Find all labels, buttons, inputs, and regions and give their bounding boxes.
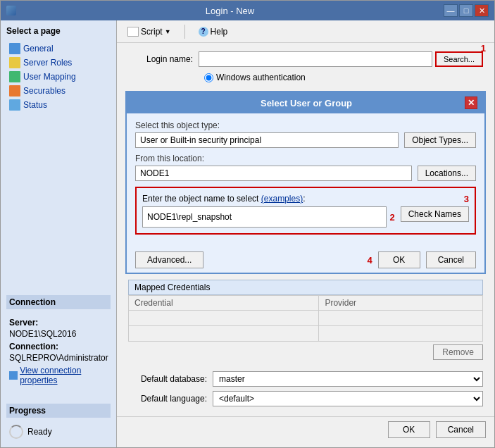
dialog-header: Select User or Group ✕: [127, 92, 484, 113]
progress-spinner: [9, 425, 23, 439]
default-database-select[interactable]: master: [213, 371, 483, 387]
location-input-box: [135, 166, 412, 181]
securables-icon: [9, 85, 20, 97]
select-user-dialog: Select User or Group ✕ Select this objec…: [125, 91, 486, 274]
ok-button[interactable]: OK: [388, 421, 430, 438]
object-type-input-box: [135, 132, 399, 148]
title-bar-buttons: — □ ✕: [444, 4, 489, 17]
dialog-cancel-button[interactable]: Cancel: [426, 251, 476, 268]
sidebar-item-user-mapping[interactable]: User Mapping: [6, 70, 111, 84]
server-label-row: Server:: [9, 318, 108, 328]
windows-auth-radio[interactable]: [204, 73, 213, 82]
check-names-button[interactable]: Check Names: [401, 206, 469, 222]
status-icon: [9, 99, 20, 111]
number-4-badge: 4: [367, 255, 372, 266]
examples-link[interactable]: (examples): [261, 194, 303, 204]
sidebar-label-general: General: [23, 44, 54, 54]
credentials-table: Credential Provider: [128, 295, 483, 342]
dialog-ok-button[interactable]: OK: [378, 251, 420, 268]
location-label: From this location:: [135, 154, 476, 163]
cancel-button[interactable]: Cancel: [436, 421, 486, 438]
object-type-input-row: Object Types...: [135, 132, 476, 148]
progress-status: Ready: [27, 427, 52, 437]
credential-col-header: Credential: [129, 296, 319, 311]
connection-section: Connection Server: NODE1\SQL2016 Connect…: [6, 295, 111, 390]
object-type-input[interactable]: [135, 132, 399, 148]
close-button[interactable]: ✕: [475, 4, 489, 17]
default-database-label: Default database:: [128, 374, 213, 384]
title-bar: Login - New — □ ✕: [1, 1, 494, 20]
sidebar-item-status[interactable]: Status: [6, 98, 111, 112]
credential-cell-2: [129, 326, 319, 342]
window-footer: OK Cancel: [117, 416, 494, 442]
mapped-credentials-title: Mapped Credentials: [134, 282, 210, 292]
windows-auth-row: Windows authentication: [204, 73, 483, 82]
server-info: Server: NODE1\SQL2016 Connection: SQLREP…: [6, 315, 111, 390]
table-row-empty-2: [129, 326, 483, 342]
advanced-button[interactable]: Advanced...: [135, 251, 203, 268]
table-row-empty: [129, 311, 483, 326]
object-name-input[interactable]: [142, 206, 387, 228]
help-label: Help: [211, 27, 228, 37]
server-value: NODE1\SQL2016: [9, 329, 76, 339]
number-3-badge: 3: [464, 194, 469, 204]
general-icon: [9, 43, 20, 54]
object-name-input-row: 2 3 Check Names: [142, 206, 469, 228]
script-dropdown-arrow: ▼: [165, 28, 171, 35]
default-database-row: Default database: master: [128, 371, 483, 387]
number-2-badge: 2: [389, 212, 394, 223]
object-name-label: Enter the object name to select (example…: [142, 194, 469, 204]
server-label: Server:: [9, 318, 38, 328]
toolbar: Script ▼ ? Help: [117, 20, 494, 43]
object-name-input-box: 2: [142, 206, 395, 228]
object-name-section: Enter the object name to select (example…: [135, 187, 476, 235]
main-panel: Script ▼ ? Help Login name: Search... 1: [117, 20, 494, 447]
sidebar-item-server-roles[interactable]: Server Roles: [6, 56, 111, 70]
connection-title: Connection: [6, 295, 111, 309]
search-button[interactable]: Search...: [435, 51, 483, 67]
connection-link-icon: [9, 371, 18, 380]
locations-button[interactable]: Locations...: [418, 166, 476, 181]
script-label: Script: [141, 27, 163, 37]
remove-button[interactable]: Remove: [433, 344, 483, 360]
help-button[interactable]: ? Help: [194, 25, 233, 39]
login-name-input[interactable]: [199, 51, 432, 67]
help-icon: ?: [199, 27, 208, 37]
credential-cell: [129, 311, 319, 326]
view-connection-link[interactable]: View connection properties: [9, 366, 108, 385]
search-btn-wrapper: Search... 1: [432, 51, 483, 67]
object-types-button[interactable]: Object Types...: [404, 132, 476, 148]
dialog-body: Select this object type: Object Types...…: [127, 113, 484, 247]
login-name-label: Login name:: [128, 54, 199, 64]
minimize-button[interactable]: —: [444, 4, 458, 17]
default-language-select[interactable]: <default>: [213, 391, 483, 406]
maximize-button[interactable]: □: [459, 4, 473, 17]
dialog-overlay: Select User or Group ✕ Select this objec…: [125, 91, 486, 274]
sidebar-item-securables[interactable]: Securables: [6, 84, 111, 98]
script-button[interactable]: Script ▼: [123, 25, 176, 39]
provider-cell-2: [319, 326, 483, 342]
provider-cell: [319, 311, 483, 326]
progress-row: Ready: [6, 422, 111, 442]
connection-value-row: SQLREPRO\Administrator: [9, 353, 108, 363]
windows-auth-label: Windows authentication: [216, 73, 306, 82]
sidebar-item-general[interactable]: General: [6, 42, 111, 56]
remove-btn-area: Remove: [128, 344, 483, 360]
dialog-close-button[interactable]: ✕: [465, 97, 477, 109]
default-language-label: Default language:: [128, 394, 213, 404]
connection-label: Connection:: [9, 342, 58, 351]
location-input[interactable]: [135, 166, 412, 181]
check-names-area: 3 Check Names: [401, 206, 469, 222]
progress-title: Progress: [6, 404, 111, 418]
login-name-row: Login name: Search... 1: [128, 51, 483, 67]
content-area: Select a page General Server Roles User …: [1, 20, 494, 447]
sidebar-label-server-roles: Server Roles: [23, 58, 72, 68]
main-window: Login - New — □ ✕ Select a page General …: [0, 0, 495, 448]
mapped-credentials-section: Mapped Credentials Credential Provider: [128, 280, 483, 360]
provider-col-header: Provider: [319, 296, 483, 311]
script-icon: [127, 27, 139, 37]
connection-link-label: View connection properties: [20, 366, 108, 385]
sidebar-label-user-mapping: User Mapping: [23, 72, 76, 82]
mapped-credentials-header: Mapped Credentials: [128, 280, 483, 295]
server-value-row: NODE1\SQL2016: [9, 329, 108, 339]
